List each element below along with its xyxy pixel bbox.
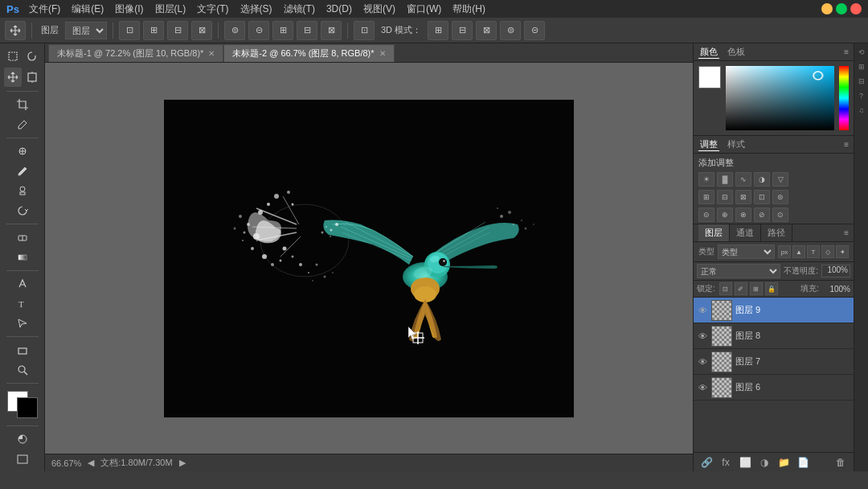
styles-tab[interactable]: 样式: [726, 138, 747, 150]
menu-3d[interactable]: 3D(D): [321, 2, 357, 16]
menu-edit[interactable]: 编辑(E): [67, 1, 108, 18]
tab-close-2[interactable]: ✕: [379, 49, 386, 58]
status-arrow-left[interactable]: ◀: [88, 458, 94, 468]
create-group-btn[interactable]: 📁: [776, 455, 792, 470]
layer-row-8[interactable]: 👁 图层 8: [694, 323, 854, 349]
filter-shape[interactable]: ◇: [821, 245, 834, 258]
foreground-swatch[interactable]: [698, 66, 721, 88]
grid-btn[interactable]: ⊠: [321, 21, 342, 40]
add-mask-btn[interactable]: ⬜: [737, 455, 753, 470]
window-close[interactable]: [850, 3, 862, 14]
libraries-btn[interactable]: ♫: [856, 105, 867, 116]
color-canvas[interactable]: [726, 66, 834, 130]
color-tab[interactable]: 颜色: [698, 46, 719, 59]
menu-filter[interactable]: 滤镜(T): [279, 1, 320, 18]
layers-panel-menu[interactable]: ≡: [844, 228, 849, 237]
layer-eye-8[interactable]: 👁: [697, 331, 708, 342]
color-gradient-box[interactable]: [726, 66, 834, 130]
tools-btn[interactable]: ⊟: [856, 76, 867, 87]
filter-type-select[interactable]: 类型: [718, 244, 775, 259]
menu-view[interactable]: 视图(V): [358, 1, 400, 18]
3d-mode-3[interactable]: ⊠: [476, 21, 497, 40]
eraser-tool[interactable]: [4, 228, 41, 247]
delete-layer-btn[interactable]: 🗑: [833, 455, 849, 470]
menu-layer[interactable]: 图层(L): [150, 1, 191, 18]
adj-posterize[interactable]: ⊗: [735, 208, 751, 222]
learn-btn[interactable]: ?: [856, 90, 867, 101]
layout-btn[interactable]: ⊟: [297, 21, 317, 40]
status-arrow-right[interactable]: ▶: [179, 458, 186, 468]
filter-text[interactable]: T: [807, 245, 820, 258]
brush-tool[interactable]: [4, 162, 41, 180]
layer-row-9[interactable]: 👁 图层 9: [694, 298, 854, 323]
adj-colorbalance[interactable]: ⊟: [717, 190, 733, 204]
tab-untitled-2[interactable]: 未标题-2 @ 66.7% (图层 8, RGB/8)* ✕: [223, 44, 394, 62]
crop-tool[interactable]: [4, 96, 41, 114]
menu-help[interactable]: 帮助(H): [448, 1, 490, 18]
swatches-tab[interactable]: 色板: [726, 46, 747, 59]
adj-invert[interactable]: ⊕: [717, 208, 733, 222]
layers-tab-channels[interactable]: 通道: [730, 224, 761, 241]
filter-pixel[interactable]: px: [778, 245, 791, 258]
screen-mode-btn[interactable]: [4, 450, 41, 469]
adj-photofilter[interactable]: ⊡: [754, 190, 770, 204]
tab-close-1[interactable]: ✕: [208, 49, 215, 58]
properties-btn[interactable]: ⊞: [856, 61, 867, 72]
adj-gradient-map[interactable]: ⊙: [772, 208, 788, 222]
layers-tab-paths[interactable]: 路径: [761, 224, 792, 241]
create-layer-btn[interactable]: 📄: [795, 455, 811, 470]
window-maximize[interactable]: [836, 3, 847, 14]
layer-eye-9[interactable]: 👁: [697, 305, 708, 316]
arrange-btn[interactable]: ⊞: [272, 21, 293, 40]
background-color[interactable]: [17, 397, 38, 418]
add-adjustment-btn[interactable]: ◑: [756, 455, 772, 470]
menu-window[interactable]: 窗口(W): [402, 1, 446, 18]
adj-threshold[interactable]: ⊘: [754, 208, 770, 222]
adj-channelmixer[interactable]: ⊜: [772, 190, 788, 204]
align-center-btn[interactable]: ⊟: [167, 21, 188, 40]
color-spectrum-bar[interactable]: [839, 66, 849, 130]
menu-image[interactable]: 图像(I): [110, 1, 148, 18]
adj-hsl[interactable]: ⊞: [698, 190, 714, 204]
move-tool[interactable]: [5, 21, 26, 40]
eyedropper-tool[interactable]: [4, 115, 41, 134]
lock-pixels-btn[interactable]: ⊡: [719, 282, 732, 295]
blend-mode-select[interactable]: 正常: [697, 264, 780, 278]
text-tool[interactable]: T: [4, 294, 41, 313]
history-brush-tool[interactable]: [4, 201, 41, 220]
lock-position-btn[interactable]: ✐: [735, 282, 747, 295]
layer-eye-6[interactable]: 👁: [697, 382, 708, 393]
adj-brightness[interactable]: ☀: [698, 172, 714, 187]
adj-curves[interactable]: ∿: [735, 172, 751, 187]
3d-mode-4[interactable]: ⊜: [500, 21, 521, 40]
canvas-viewport[interactable]: [45, 63, 693, 454]
3d-mode-1[interactable]: ⊞: [428, 21, 448, 40]
add-style-btn[interactable]: fx: [718, 455, 734, 470]
pen-tool[interactable]: [4, 275, 41, 294]
link-layers-btn[interactable]: 🔗: [698, 455, 714, 470]
adj-levels[interactable]: ▓: [717, 172, 733, 187]
transform-btn[interactable]: ⊡: [119, 21, 140, 40]
adj-bw[interactable]: ⊠: [735, 190, 751, 204]
layer-eye-7[interactable]: 👁: [697, 356, 708, 368]
dist-h-btn[interactable]: ⊜: [224, 21, 245, 40]
adj-panel-menu[interactable]: ≡: [844, 140, 849, 149]
layers-tab-layers[interactable]: 图层: [698, 224, 730, 241]
menu-file[interactable]: 文件(F): [24, 1, 65, 18]
3d-mode-5[interactable]: ⊝: [524, 21, 545, 40]
path-selection-tool[interactable]: [4, 314, 41, 333]
3d-mode-2[interactable]: ⊟: [452, 21, 473, 40]
gradient-tool[interactable]: [4, 248, 41, 266]
layer-row-7[interactable]: 👁 图层 7: [694, 349, 854, 375]
artboard-tool[interactable]: [23, 68, 41, 87]
adjustments-tab[interactable]: 调整: [698, 138, 719, 151]
adj-vibrance[interactable]: ▽: [772, 172, 788, 187]
rectangular-marquee-tool[interactable]: [4, 47, 22, 66]
stamp-tool[interactable]: [4, 182, 41, 200]
zoom-tool[interactable]: [4, 361, 41, 380]
healing-brush-tool[interactable]: [4, 142, 41, 161]
move-tool-left[interactable]: [4, 68, 22, 87]
align-left-btn[interactable]: ⊞: [143, 21, 164, 40]
dist-v-btn[interactable]: ⊝: [248, 21, 269, 40]
opacity-value[interactable]: 100%: [821, 265, 850, 277]
